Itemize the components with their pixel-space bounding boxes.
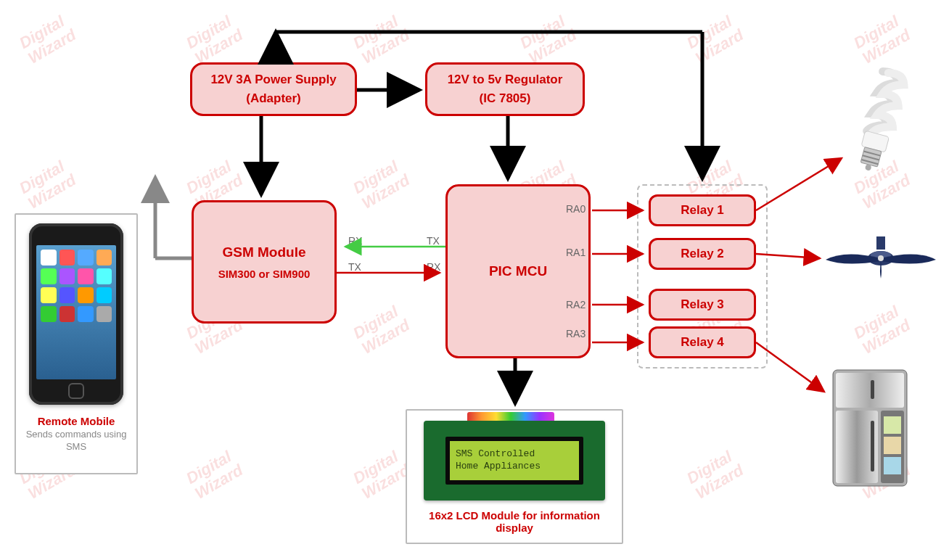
fridge-icon: [830, 367, 910, 490]
watermark: DigitalWizard: [350, 301, 413, 358]
mcu-tx-label: TX: [427, 235, 440, 247]
svg-rect-18: [871, 421, 874, 472]
pin-ra1: RA1: [566, 247, 586, 258]
watermark: DigitalWizard: [684, 11, 747, 67]
phone-icon: [29, 223, 123, 405]
watermark: DigitalWizard: [851, 11, 913, 67]
remote-mobile-box: Remote Mobile Sends commands using SMS: [15, 213, 138, 474]
gsm-sub: SIM300 or SIM900: [218, 268, 311, 280]
regulator-block: 12V to 5v Regulator (IC 7805): [425, 62, 585, 116]
gsm-tx-label: TX: [348, 261, 361, 273]
power-supply-block: 12V 3A Power Supply (Adapter): [190, 62, 357, 116]
pin-ra3: RA3: [566, 328, 586, 339]
watermark: DigitalWizard: [350, 156, 413, 213]
relay-2: Relay 2: [649, 238, 756, 270]
lcd-module-icon: SMS Controlled Home Appliances: [424, 421, 605, 501]
lcd-cable-icon: [467, 412, 554, 421]
power-supply-title: 12V 3A Power Supply: [210, 73, 336, 87]
watermark: DigitalWizard: [517, 11, 580, 67]
mcu-title: PIC MCU: [489, 263, 547, 279]
mcu-rx-label: RX: [427, 261, 440, 273]
watermark: DigitalWizard: [17, 11, 79, 67]
mobile-sub: Sends commands using SMS: [20, 429, 132, 453]
svg-rect-14: [884, 416, 901, 434]
gsm-title: GSM Module: [222, 244, 305, 260]
svg-point-9: [878, 255, 884, 261]
pin-ra2: RA2: [566, 299, 586, 310]
watermark: DigitalWizard: [184, 446, 246, 503]
cfl-bulb-icon: [847, 65, 913, 181]
svg-rect-15: [884, 437, 901, 454]
mobile-title: Remote Mobile: [38, 415, 115, 427]
pin-ra0: RA0: [566, 203, 586, 215]
lcd-caption: 16x2 LCD Module for information display: [417, 509, 612, 534]
watermark: DigitalWizard: [184, 11, 246, 67]
antenna-icon: [141, 174, 192, 258]
watermark: DigitalWizard: [684, 446, 747, 503]
svg-rect-6: [876, 236, 885, 250]
gsm-rx-label: RX: [348, 235, 362, 247]
power-supply-sub: (Adapter): [246, 91, 301, 106]
watermark: DigitalWizard: [350, 446, 413, 503]
lcd-screen: SMS Controlled Home Appliances: [445, 437, 583, 485]
relay-3: Relay 3: [649, 289, 756, 321]
lcd-line2: Home Appliances: [456, 461, 579, 473]
gsm-module-block: GSM Module SIM300 or SIM900: [192, 200, 337, 324]
ceiling-fan-icon: [823, 236, 932, 280]
regulator-title: 12V to 5v Regulator: [448, 73, 563, 87]
relay-4: Relay 4: [649, 326, 756, 358]
relay-1: Relay 1: [649, 194, 756, 226]
svg-rect-17: [871, 380, 874, 399]
svg-line-34: [756, 158, 842, 210]
regulator-sub: (IC 7805): [480, 91, 531, 106]
svg-rect-11: [836, 373, 904, 408]
watermark: DigitalWizard: [851, 301, 913, 358]
lcd-line1: SMS Controlled: [456, 448, 579, 461]
phone-home-button: [68, 383, 84, 399]
lcd-box: SMS Controlled Home Appliances 16x2 LCD …: [406, 409, 623, 544]
phone-screen: [36, 245, 116, 379]
svg-rect-16: [884, 457, 901, 474]
watermark: DigitalWizard: [350, 11, 413, 67]
watermark: DigitalWizard: [17, 156, 79, 213]
